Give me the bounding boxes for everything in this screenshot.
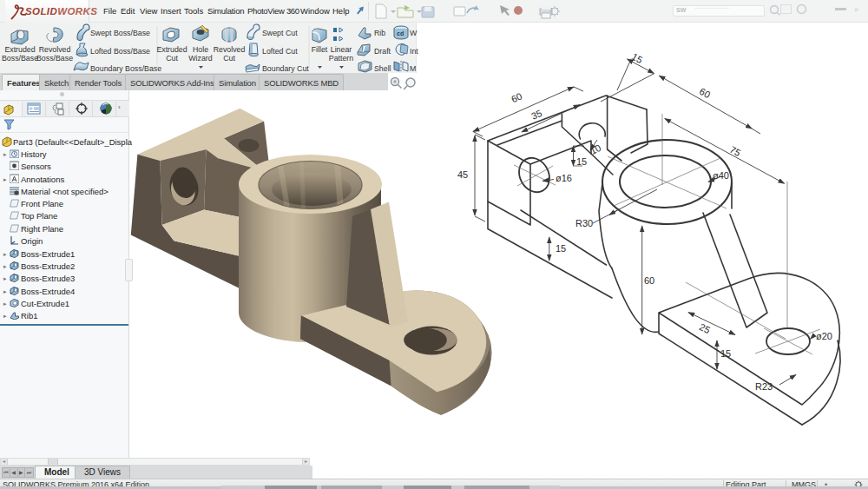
svg-text:60: 60 <box>698 86 713 100</box>
svg-text:15: 15 <box>576 156 587 167</box>
svg-text:R23: R23 <box>755 381 773 392</box>
svg-text:25: 25 <box>698 321 712 335</box>
svg-text:15: 15 <box>556 243 566 254</box>
svg-text:75: 75 <box>728 144 743 158</box>
svg-text:35: 35 <box>529 108 543 122</box>
svg-text:ø20: ø20 <box>816 331 832 341</box>
svg-text:15: 15 <box>630 51 645 65</box>
svg-text:45: 45 <box>457 169 468 180</box>
svg-text:60: 60 <box>644 275 654 286</box>
svg-text:15: 15 <box>720 348 731 359</box>
svg-text:ø16: ø16 <box>556 173 572 183</box>
svg-text:60: 60 <box>510 90 523 104</box>
svg-text:ø40: ø40 <box>713 170 729 181</box>
svg-text:R30: R30 <box>575 218 593 228</box>
